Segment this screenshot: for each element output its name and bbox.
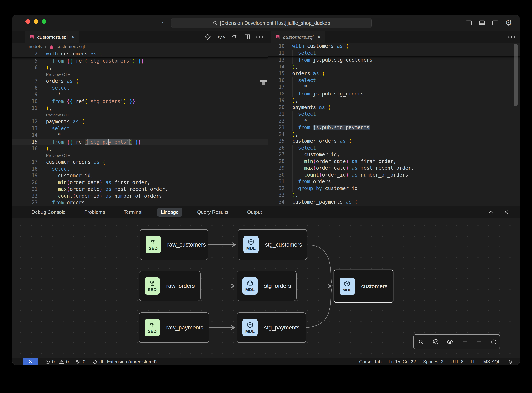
line-number: 14 [12, 132, 38, 139]
zoom-out-icon[interactable] [476, 339, 482, 345]
node-label: raw_payments [166, 324, 203, 331]
code-line: 22 count(order_id) as number_of_orders [12, 193, 268, 200]
code-lens[interactable]: Preview CTE [12, 152, 268, 159]
split-editor-icon[interactable] [244, 34, 251, 40]
encoding-indicator[interactable]: UTF-8 [451, 359, 463, 364]
dbt-logo-icon[interactable] [204, 34, 211, 40]
breadcrumb-file[interactable]: customers.sql [57, 44, 85, 49]
line-number: 2 [12, 50, 38, 57]
code-line: 34customer_payments as ( [268, 199, 520, 206]
line-number: 14 [268, 64, 285, 70]
errors-warnings-button[interactable]: 0 0 [45, 359, 69, 364]
lineage-canvas[interactable]: SED raw_customers MDL stg_customers SED … [12, 218, 520, 358]
zoom-window-button[interactable] [42, 19, 46, 24]
panel-tab-debug-console[interactable]: Debug Console [28, 208, 69, 217]
lineage-node-stg-customers[interactable]: MDL stg_customers [238, 229, 307, 260]
lineage-node-stg-orders[interactable]: MDL stg_orders [237, 271, 297, 301]
line-number: 10 [268, 43, 285, 50]
zoom-in-icon[interactable] [462, 339, 468, 345]
code-lens[interactable]: Preview CTE [12, 71, 268, 78]
warning-icon [59, 359, 64, 364]
close-tab-icon[interactable]: × [317, 34, 321, 40]
line-number: 20 [268, 104, 285, 111]
code-line: 8 select [12, 85, 268, 92]
lineage-node-raw-customers[interactable]: SED raw_customers [140, 229, 208, 260]
code-icon[interactable]: </> [217, 34, 225, 40]
language-mode-indicator[interactable]: MS SQL [483, 359, 500, 364]
line-number: 11 [268, 50, 285, 56]
editor-pane-right[interactable]: 10with customers as (11 select 13 from j… [268, 43, 520, 206]
line-number: 32 [268, 185, 285, 192]
code-line: 19), [268, 97, 520, 104]
seedling-icon [149, 321, 156, 329]
close-icon[interactable] [503, 209, 509, 215]
dbt-extension-button[interactable]: dbt Extension (unregistered) [92, 359, 157, 364]
line-number: 18 [268, 91, 285, 97]
aperture-icon[interactable] [432, 339, 439, 345]
command-center-search[interactable]: [Extension Development Host] jaffle_shop… [171, 18, 372, 28]
model-badge: MDL [340, 278, 355, 295]
database-file-icon [29, 34, 35, 40]
code-line: 13 select [12, 125, 268, 132]
line-number: 19 [268, 97, 285, 104]
code-line: 12payments as ( [12, 118, 268, 125]
lineage-search-button[interactable] [414, 335, 428, 349]
ports-button[interactable]: 0 [76, 359, 85, 364]
more-actions-icon[interactable] [508, 36, 515, 38]
panel-tab-problems[interactable]: Problems [80, 208, 109, 217]
cursor-position-indicator[interactable]: Ln 15, Col 22 [389, 359, 416, 364]
panel-tab-output[interactable]: Output [243, 208, 266, 217]
line-number: 13 [12, 125, 38, 132]
line-number: 22 [12, 193, 38, 200]
layout-sidebar-left-icon[interactable] [465, 19, 472, 26]
editor-group-left-tabs: customers.sql × </> [12, 31, 268, 43]
layout-panel-icon[interactable] [479, 19, 486, 26]
code-lens[interactable]: Preview CTE [12, 112, 268, 118]
lineage-node-customers[interactable]: MDL customers [334, 270, 393, 303]
cursor-tab-indicator[interactable]: Cursor Tab [359, 359, 382, 364]
minimize-window-button[interactable] [34, 19, 38, 24]
cube-icon [247, 238, 255, 246]
breadcrumb-separator: › [45, 44, 46, 50]
editor-group-right-tabs: customers.sql × [268, 31, 520, 43]
breadcrumb-folder[interactable]: models [27, 44, 42, 49]
tab-label: customers.sql [37, 34, 68, 40]
breadcrumb: models › customers.sql [12, 43, 268, 50]
code-line: 26 select [268, 145, 520, 151]
editor-pane-left[interactable]: 2with customers as ( 5 from {{ ref('stg_… [12, 50, 268, 206]
line-number: 20 [12, 179, 38, 186]
line-number: 10 [12, 98, 38, 105]
code-line: 31 from orders [268, 178, 520, 185]
chevron-up-icon[interactable] [488, 209, 494, 215]
lineage-node-raw-orders[interactable]: SED raw_orders [139, 271, 201, 301]
code-line: 24), [268, 131, 520, 138]
navigate-back-button[interactable]: ← [160, 18, 168, 26]
preview-eye-icon[interactable] [231, 33, 239, 40]
line-number: 13 [268, 57, 285, 64]
notifications-bell-icon[interactable] [508, 359, 513, 364]
panel-tab-lineage[interactable]: Lineage [157, 208, 182, 217]
settings-gear-icon[interactable]: ⚙ [505, 19, 512, 27]
close-window-button[interactable] [25, 19, 30, 24]
code-area-right: 13 from js.pub.stg_customers14),15orders… [268, 57, 520, 205]
lineage-refresh-button[interactable] [486, 335, 501, 349]
close-tab-icon[interactable]: × [72, 34, 75, 40]
database-file-icon [275, 34, 280, 40]
panel-tab-query-results[interactable]: Query Results [193, 208, 232, 217]
tab-customers-sql-left[interactable]: customers.sql × [25, 31, 79, 43]
remote-window-button[interactable] [23, 358, 38, 365]
editor-scrollbar-thumb[interactable] [514, 44, 518, 106]
code-area-left: 5 from {{ ref('stg_customers') }}6),Prev… [12, 58, 268, 206]
lineage-node-stg-payments[interactable]: MDL stg_payments [237, 312, 306, 343]
more-actions-icon[interactable] [256, 36, 263, 38]
line-number: 23 [268, 124, 285, 131]
code-line: 13 from js.pub.stg_customers [268, 57, 520, 64]
line-number [12, 71, 38, 78]
lineage-node-raw-payments[interactable]: SED raw_payments [139, 312, 209, 343]
indentation-indicator[interactable]: Spaces: 2 [423, 359, 443, 364]
eol-indicator[interactable]: LF [471, 359, 476, 364]
tab-customers-sql-right[interactable]: customers.sql × [271, 31, 325, 43]
eye-icon[interactable] [446, 339, 453, 345]
panel-tab-terminal[interactable]: Terminal [120, 208, 146, 217]
layout-sidebar-right-icon[interactable] [492, 19, 499, 26]
